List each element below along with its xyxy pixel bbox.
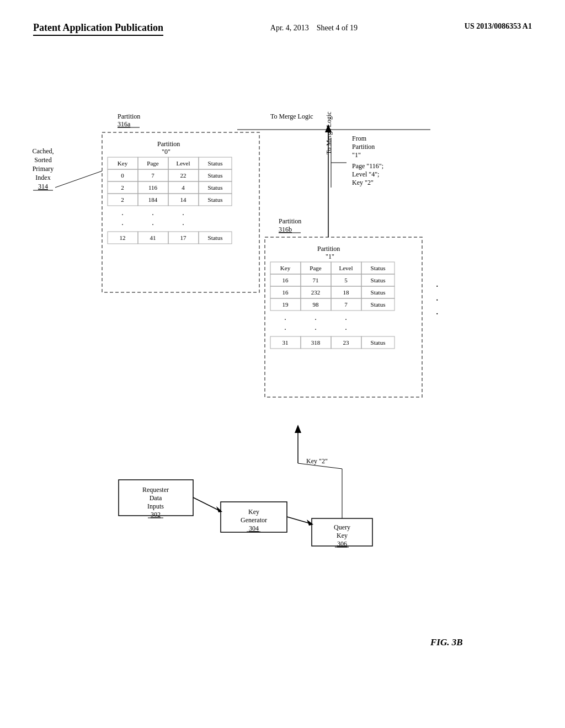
svg-rect-73 — [270, 274, 301, 286]
page-header: Patent Application Publication Apr. 4, 2… — [0, 22, 565, 36]
svg-text:Status: Status — [371, 301, 386, 308]
svg-rect-62 — [265, 237, 422, 397]
svg-text:Partition: Partition — [279, 217, 301, 225]
svg-rect-142 — [312, 518, 372, 546]
svg-rect-33 — [168, 181, 199, 194]
svg-text:Partition: Partition — [157, 140, 180, 148]
svg-text:Status: Status — [208, 172, 223, 179]
svg-rect-79 — [361, 274, 395, 286]
svg-text:Partition: Partition — [317, 245, 340, 253]
svg-text:22: 22 — [180, 172, 186, 179]
svg-text:Status: Status — [371, 277, 386, 283]
svg-marker-148 — [295, 425, 301, 433]
svg-text:Generator: Generator — [241, 516, 267, 524]
svg-text:71: 71 — [313, 277, 319, 283]
svg-text:2: 2 — [121, 184, 124, 191]
svg-text:7: 7 — [344, 301, 348, 308]
svg-rect-93 — [331, 298, 361, 311]
svg-text:Status: Status — [371, 339, 386, 346]
svg-rect-135 — [221, 502, 287, 532]
patent-number: US 2013/0086353 A1 — [465, 22, 532, 31]
svg-marker-141 — [307, 520, 313, 526]
svg-text:Status: Status — [208, 196, 223, 203]
svg-text:.: . — [436, 292, 439, 303]
svg-rect-57 — [199, 232, 232, 244]
svg-text:41: 41 — [150, 234, 156, 241]
svg-text:.: . — [436, 306, 439, 317]
svg-rect-91 — [301, 298, 331, 311]
svg-text:Page "116";: Page "116"; — [352, 162, 383, 170]
svg-rect-55 — [168, 232, 199, 244]
svg-line-133 — [193, 497, 221, 511]
svg-text:16: 16 — [282, 277, 289, 283]
svg-rect-75 — [301, 274, 331, 286]
svg-text:318: 318 — [311, 339, 321, 346]
svg-rect-85 — [331, 286, 361, 298]
svg-rect-69 — [331, 262, 361, 274]
svg-text:184: 184 — [148, 196, 158, 203]
svg-text:Data: Data — [150, 494, 162, 502]
svg-text:Status: Status — [371, 289, 386, 296]
svg-text:314: 314 — [38, 183, 48, 190]
svg-text:316a: 316a — [118, 120, 131, 128]
svg-rect-105 — [301, 336, 331, 349]
svg-marker-112 — [325, 124, 332, 132]
svg-text:316b: 316b — [279, 226, 292, 233]
svg-rect-81 — [270, 286, 301, 298]
svg-text:To Merge Logic: To Merge Logic — [325, 111, 333, 154]
svg-text:FIG. 3B: FIG. 3B — [430, 637, 463, 647]
publication-title: Patent Application Publication — [33, 22, 163, 36]
svg-rect-25 — [168, 169, 199, 181]
svg-text:116: 116 — [148, 184, 158, 191]
svg-text:302: 302 — [151, 511, 161, 518]
svg-text:.: . — [182, 218, 184, 227]
svg-text:Page: Page — [310, 265, 322, 271]
svg-text:Level "4";: Level "4"; — [352, 170, 379, 178]
svg-text:.: . — [284, 313, 286, 322]
svg-text:306: 306 — [337, 540, 347, 548]
svg-rect-71 — [361, 262, 395, 274]
svg-rect-95 — [361, 298, 395, 311]
svg-text:.: . — [315, 323, 317, 331]
svg-text:23: 23 — [343, 339, 350, 346]
svg-rect-127 — [119, 480, 193, 516]
svg-text:304: 304 — [249, 524, 259, 532]
svg-rect-39 — [138, 194, 168, 206]
svg-marker-134 — [216, 506, 222, 512]
svg-line-151 — [298, 463, 342, 469]
svg-text:From: From — [352, 135, 367, 142]
svg-rect-15 — [138, 157, 168, 169]
svg-text:To Merge Logic: To Merge Logic — [270, 113, 313, 120]
svg-text:98: 98 — [313, 301, 319, 308]
svg-rect-23 — [138, 169, 168, 181]
svg-text:31: 31 — [282, 339, 289, 346]
svg-rect-65 — [270, 262, 301, 274]
svg-rect-53 — [138, 232, 168, 244]
svg-text:Key: Key — [118, 160, 128, 167]
svg-text:Partition: Partition — [118, 113, 140, 120]
svg-rect-87 — [361, 286, 395, 298]
svg-text:4: 4 — [182, 184, 185, 191]
svg-text:.: . — [152, 218, 154, 227]
svg-text:Cached,: Cached, — [33, 147, 54, 155]
svg-text:"1": "1" — [352, 151, 361, 159]
svg-text:Status: Status — [208, 234, 223, 241]
svg-text:.: . — [345, 313, 347, 322]
svg-text:12: 12 — [120, 234, 126, 241]
svg-rect-83 — [301, 286, 331, 298]
svg-text:.: . — [315, 313, 317, 322]
svg-text:14: 14 — [180, 196, 187, 203]
svg-rect-77 — [331, 274, 361, 286]
svg-rect-109 — [361, 336, 395, 349]
svg-text:Key "2": Key "2" — [306, 457, 328, 465]
svg-text:Primary: Primary — [33, 165, 54, 173]
diagram-svg: Cached, Sorted Primary Index 314 Partiti… — [0, 0, 565, 728]
svg-text:Status: Status — [208, 184, 223, 191]
svg-text:Query: Query — [334, 523, 350, 531]
svg-text:Key: Key — [280, 265, 291, 271]
svg-text:Sorted: Sorted — [34, 156, 51, 164]
svg-text:.: . — [284, 323, 286, 331]
svg-rect-17 — [168, 157, 199, 169]
svg-line-6 — [55, 171, 102, 188]
svg-text:Level: Level — [339, 265, 353, 271]
